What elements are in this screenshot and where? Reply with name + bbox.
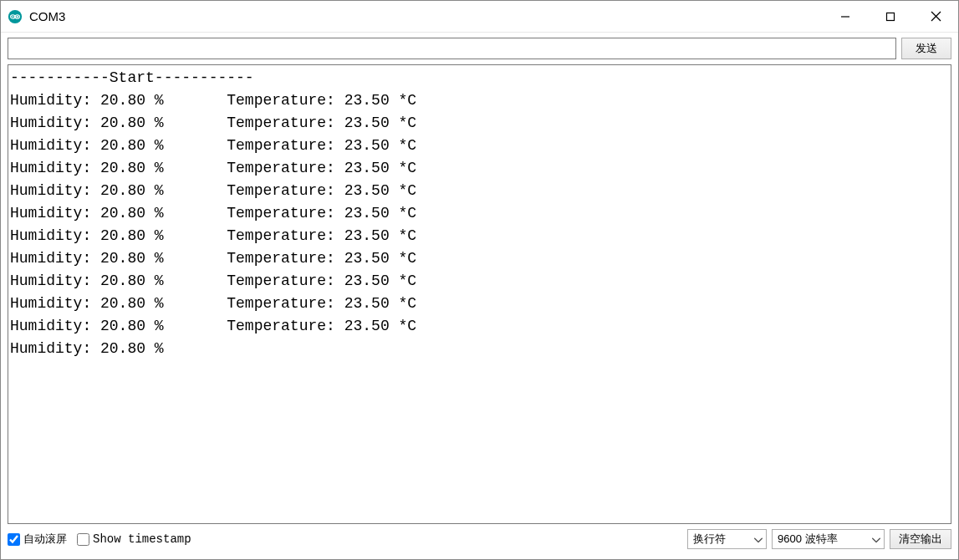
svg-line-9 bbox=[931, 12, 941, 21]
autoscroll-checkbox[interactable] bbox=[8, 533, 20, 546]
svg-line-8 bbox=[931, 12, 941, 21]
window-title: COM3 bbox=[29, 9, 823, 23]
timestamp-label: Show timestamp bbox=[93, 532, 191, 546]
bottom-toolbar: 自动滚屏 Show timestamp 换行符 9600 波特率 清空输出 bbox=[1, 524, 958, 554]
line-ending-select[interactable]: 换行符 bbox=[687, 529, 767, 549]
serial-output[interactable]: -----------Start----------- Humidity: 20… bbox=[8, 64, 951, 524]
arduino-app-icon bbox=[8, 9, 23, 24]
window-controls bbox=[823, 1, 958, 32]
send-toolbar: 发送 bbox=[1, 33, 958, 64]
clear-output-button[interactable]: 清空输出 bbox=[890, 529, 951, 549]
autoscroll-label: 自动滚屏 bbox=[23, 532, 67, 547]
window-titlebar: COM3 bbox=[1, 1, 958, 33]
timestamp-checkbox[interactable] bbox=[77, 533, 89, 546]
timestamp-checkbox-wrap[interactable]: Show timestamp bbox=[77, 532, 191, 546]
svg-rect-7 bbox=[887, 13, 895, 20]
maximize-button[interactable] bbox=[868, 1, 913, 32]
autoscroll-checkbox-wrap[interactable]: 自动滚屏 bbox=[8, 532, 67, 547]
minimize-button[interactable] bbox=[823, 1, 868, 32]
line-ending-selected: 换行符 bbox=[693, 532, 726, 547]
chevron-down-icon bbox=[754, 533, 763, 546]
baud-rate-selected: 9600 波特率 bbox=[778, 532, 838, 547]
send-button[interactable]: 发送 bbox=[901, 38, 951, 59]
chevron-down-icon bbox=[872, 533, 880, 546]
close-button[interactable] bbox=[913, 1, 958, 32]
send-input[interactable] bbox=[8, 38, 896, 59]
baud-rate-select[interactable]: 9600 波特率 bbox=[772, 529, 885, 549]
